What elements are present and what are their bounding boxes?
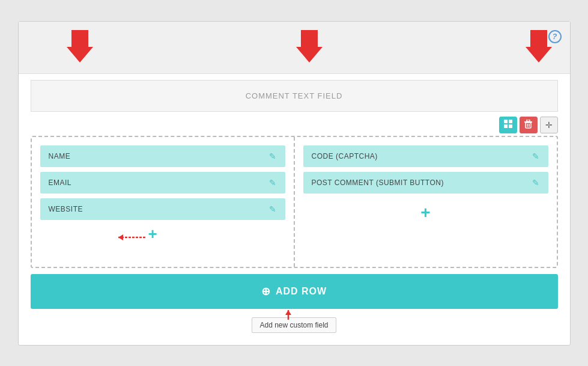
field-submit-edit-icon[interactable]: ✎ <box>532 178 540 188</box>
main-container: ? COMMENT TEXT FIELD <box>18 21 571 346</box>
tooltip-box: Add new custom field <box>252 317 336 333</box>
field-captcha[interactable]: CODE (CAPTCHA) ✎ <box>303 145 548 167</box>
columns-area: NAME ✎ EMAIL ✎ WEBSITE ✎ <box>31 136 558 268</box>
toolbar-row: ✛ <box>19 112 570 136</box>
arrow-down-center <box>296 30 323 65</box>
right-column: CODE (CAPTCHA) ✎ POST COMMENT (SUBMIT BU… <box>295 137 557 267</box>
field-submit-label: POST COMMENT (SUBMIT BUTTON) <box>312 178 444 187</box>
svg-marker-0 <box>67 30 93 63</box>
comment-field-bar: COMMENT TEXT FIELD <box>31 80 558 112</box>
comment-field-label: COMMENT TEXT FIELD <box>246 91 343 100</box>
field-email-label: EMAIL <box>49 178 72 187</box>
grid-button[interactable] <box>499 117 517 133</box>
svg-rect-9 <box>526 123 531 128</box>
add-field-right-icon: + <box>420 203 430 222</box>
field-email[interactable]: EMAIL ✎ <box>40 172 285 194</box>
add-row-plus-icon: ⊕ <box>261 285 271 298</box>
field-name-label: NAME <box>49 152 71 160</box>
svg-marker-2 <box>526 30 552 63</box>
svg-marker-13 <box>118 234 123 240</box>
delete-button[interactable] <box>520 117 538 133</box>
svg-marker-15 <box>285 310 291 315</box>
field-name[interactable]: NAME ✎ <box>40 145 285 167</box>
svg-rect-4 <box>509 120 512 123</box>
field-submit[interactable]: POST COMMENT (SUBMIT BUTTON) ✎ <box>303 172 548 194</box>
add-field-left[interactable]: + <box>148 225 157 243</box>
help-icon[interactable]: ? <box>548 30 562 43</box>
field-captcha-edit-icon[interactable]: ✎ <box>532 151 540 161</box>
add-row-button[interactable]: ⊕ ADD ROW <box>31 274 558 309</box>
svg-rect-5 <box>504 124 508 128</box>
tooltip-label: Add new custom field <box>259 321 328 329</box>
svg-rect-6 <box>509 124 512 128</box>
field-website-edit-icon[interactable]: ✎ <box>269 204 277 214</box>
grid-icon <box>504 120 512 130</box>
arrow-down-left <box>67 30 93 65</box>
arrow-down-right <box>526 30 552 65</box>
field-name-edit-icon[interactable]: ✎ <box>269 151 277 161</box>
field-website-label: WEBSITE <box>49 205 83 213</box>
delete-icon <box>524 120 532 130</box>
move-icon: ✛ <box>545 120 553 130</box>
field-website[interactable]: WEBSITE ✎ <box>40 198 285 220</box>
arrows-row <box>19 22 570 74</box>
tooltip-container: Add new custom field <box>19 315 570 339</box>
add-field-right[interactable]: + <box>303 203 548 222</box>
move-button[interactable]: ✛ <box>540 117 558 133</box>
field-email-edit-icon[interactable]: ✎ <box>269 178 277 188</box>
svg-marker-1 <box>296 30 323 63</box>
add-row-label: ADD ROW <box>276 286 327 297</box>
left-column: NAME ✎ EMAIL ✎ WEBSITE ✎ <box>32 137 295 267</box>
svg-rect-8 <box>527 120 530 121</box>
svg-rect-3 <box>504 120 508 123</box>
field-captcha-label: CODE (CAPTCHA) <box>312 152 378 160</box>
